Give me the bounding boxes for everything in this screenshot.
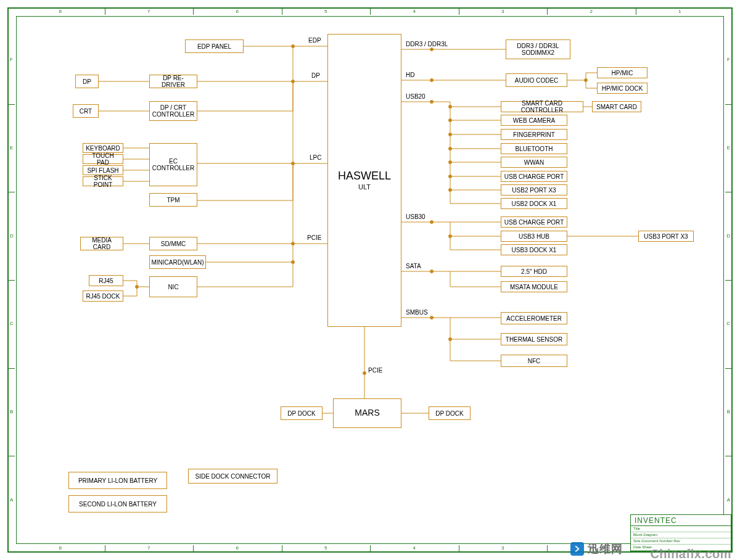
grid-row-left: E <box>10 146 13 152</box>
cpu-subtitle: ULT <box>358 183 371 191</box>
cpu-title: HASWELL <box>338 170 391 183</box>
grid-row-left: A <box>10 498 13 504</box>
block-second-battery: SECOND LI-LON BATTERY <box>68 495 167 513</box>
grid-col-top: 7 <box>146 9 152 14</box>
block-smart-card-controller: SMART CARD CONTROLLER <box>501 101 583 112</box>
block-dp-dock-left: DP DOCK <box>281 406 323 420</box>
title-row-1: Title <box>631 526 731 532</box>
block-accelerometer: ACCELEROMETER <box>501 312 567 324</box>
block-thermal-sensor: THERMAL SENSOR <box>501 333 567 345</box>
block-web-camera: WEB CAMERA <box>501 115 567 126</box>
label-hd: HD <box>406 72 414 78</box>
watermark-logo: 迅维网 <box>570 541 623 556</box>
block-smart-card: SMART CARD <box>592 101 641 112</box>
title-block: INVENTEC Title Block Diagram Size Docume… <box>630 514 731 551</box>
block-mars: MARS <box>333 398 401 428</box>
watermark-text-zh: 迅维网 <box>588 541 623 556</box>
grid-col-top: 4 <box>411 9 417 14</box>
block-rj45-dock: RJ45 DOCK <box>83 290 123 302</box>
block-dp-redriver: DP RE-DRIVER <box>149 75 197 88</box>
block-crt: CRT <box>73 104 99 118</box>
block-ddr-sodimm: DDR3 / DDR3L SODIMMX2 <box>506 39 570 59</box>
grid-col-top: 6 <box>234 9 240 14</box>
grid-row-left: D <box>726 234 730 240</box>
label-pcie-left: PCIE <box>307 234 321 241</box>
label-pcie-down: PCIE <box>368 367 382 374</box>
block-touchpad: TOUCH PAD <box>83 154 123 164</box>
block-usb-charge-port-1: USB CHARGE PORT <box>501 171 567 182</box>
block-wwan: WWAN <box>501 157 567 168</box>
label-sata: SATA <box>406 263 421 270</box>
block-msata-module: MSATA MODULE <box>501 281 567 292</box>
grid-col-top: 3 <box>500 9 506 14</box>
block-dp-crt-controller: DP / CRT CONTROLLER <box>149 101 197 121</box>
block-nfc: NFC <box>501 355 567 367</box>
grid-row-left: B <box>727 410 730 416</box>
block-hp-mic-dock: HP/MIC DOCK <box>597 83 648 94</box>
grid-col-top: 6 <box>234 546 240 551</box>
grid-row-left: C <box>726 321 730 327</box>
mars-label: MARS <box>355 408 379 418</box>
title-row-3: Size Document Number Rev <box>631 538 731 545</box>
block-bluetooth: BLUETOOTH <box>501 143 567 154</box>
grid-row-left: C <box>10 321 14 327</box>
block-minicard-wlan: MINICARD(WLAN) <box>149 255 206 269</box>
block-sd-mmc: SD/MMC <box>149 237 197 250</box>
grid-row-left: A <box>727 498 730 504</box>
grid-col-top: 7 <box>146 546 152 551</box>
block-hp-mic: HP/MIC <box>597 67 648 78</box>
grid-row-left: D <box>10 234 14 240</box>
block-keyboard: KEYBOARD <box>83 143 123 153</box>
block-usb2-dock-x1: USB2 DOCK X1 <box>501 198 567 209</box>
block-usb2-port-x3: USB2 PORT X3 <box>501 184 567 196</box>
label-lpc: LPC <box>310 154 321 161</box>
grid-col-top: 8 <box>57 546 64 551</box>
grid-row-left: B <box>10 410 13 416</box>
block-usb3-hub: USB3 HUB <box>501 231 567 242</box>
block-media-card: MEDIA CARD <box>80 237 123 250</box>
grid-col-top: 3 <box>500 546 506 551</box>
block-dp-dock-right: DP DOCK <box>429 406 471 420</box>
block-nic: NIC <box>149 276 197 297</box>
block-dp: DP <box>75 75 99 88</box>
label-usb20: USB20 <box>406 93 426 100</box>
block-usb3-dock-x1: USB3 DOCK X1 <box>501 244 567 255</box>
block-edp-panel: EDP PANEL <box>185 39 244 53</box>
grid-col-top: 2 <box>588 9 594 14</box>
grid-col-top: 5 <box>323 546 329 551</box>
grid-col-top: 1 <box>676 9 683 14</box>
block-usb3-port-x3: USB3 PORT X3 <box>638 231 694 242</box>
grid-col-top: 5 <box>323 9 329 14</box>
label-dp: DP <box>311 72 320 79</box>
block-side-dock-connector: SIDE DOCK CONNECTOR <box>188 469 278 484</box>
block-stick-point: STICK POINT <box>83 176 123 186</box>
block-haswell-ult: HASWELL ULT <box>327 34 401 327</box>
label-smbus: SMBUS <box>406 309 428 316</box>
label-usb30: USB30 <box>406 213 426 220</box>
block-spi-flash: SPI FLASH <box>83 165 123 175</box>
title-row-2: Block Diagram <box>631 532 731 538</box>
block-primary-battery: PRIMARY LI-LON BATTERY <box>68 472 167 489</box>
label-ddr: DDR3 / DDR3L <box>406 41 448 47</box>
title-brand: INVENTEC <box>631 515 731 526</box>
grid-row-left: E <box>727 146 730 152</box>
block-tpm: TPM <box>149 193 197 207</box>
block-ec-controller: EC CONTROLLER <box>149 143 197 186</box>
block-usb-charge-port-2: USB CHARGE PORT <box>501 216 567 228</box>
grid-row-left: F <box>10 57 13 64</box>
chevron-icon <box>570 542 584 556</box>
grid-col-top: 8 <box>57 9 64 14</box>
block-rj45: RJ45 <box>89 275 123 286</box>
label-edp: EDP <box>308 37 321 44</box>
watermark-url: Chinafix.com <box>650 547 731 560</box>
block-fingerprint: FINGERPRINT <box>501 129 567 140</box>
grid-row-left: F <box>727 57 730 64</box>
block-25-hdd: 2.5" HDD <box>501 266 567 277</box>
grid-col-top: 4 <box>411 546 417 551</box>
block-audio-codec: AUDIO CODEC <box>506 73 567 87</box>
